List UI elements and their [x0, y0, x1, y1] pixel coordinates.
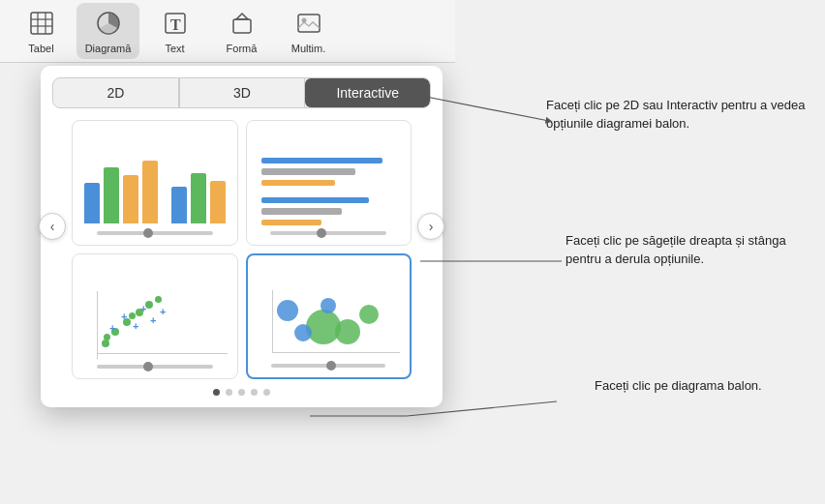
hbar-chart-visual	[257, 131, 402, 225]
bubble-y-axis	[272, 290, 273, 353]
callout-2-text: Faceți clic pe săgețile dreapta și stâng…	[565, 232, 808, 269]
scatter-chart-slider-knob	[143, 362, 153, 371]
scatter-plus-3: +	[140, 303, 146, 314]
toolbar-text-button[interactable]: T Text	[143, 3, 206, 59]
dot-3[interactable]	[238, 389, 245, 396]
hbar-2	[261, 168, 356, 174]
bubble-2	[335, 319, 360, 344]
table-icon	[26, 8, 57, 39]
svg-rect-9	[298, 15, 320, 32]
scatter-dot-1	[102, 340, 109, 347]
bubble-4	[294, 324, 312, 341]
hbar-chart-slider[interactable]	[270, 231, 386, 235]
dot-5[interactable]	[263, 389, 270, 396]
bar-1	[84, 183, 100, 223]
hbar-4	[261, 197, 370, 203]
right-arrow-icon: ›	[429, 219, 434, 234]
callout-1-text: Faceți clic pe 2D sau Interactiv pentru …	[546, 97, 808, 133]
scatter-plus-2: +	[121, 311, 127, 322]
scatter-dot-7	[104, 334, 110, 341]
svg-rect-0	[31, 13, 52, 34]
scatter-plus-5: +	[133, 320, 138, 332]
chart-grid: + + + + + +	[72, 120, 412, 379]
forma-label: Formă	[227, 43, 258, 54]
hbar-1	[261, 158, 383, 163]
toolbar-forma-button[interactable]: Formă	[210, 3, 273, 59]
bar-chart-mini	[84, 158, 226, 225]
hbar-spacer	[261, 191, 397, 193]
dot-2[interactable]	[226, 389, 232, 396]
scatter-chart-visual: + + + + + +	[82, 264, 228, 359]
nav-right-button[interactable]: ›	[417, 213, 444, 240]
pagination-dots	[52, 389, 431, 396]
callout-3-text: Faceți clic pe diagrama balon.	[595, 377, 808, 396]
toolbar: Tabel Diagramă T Text Formă	[0, 0, 455, 63]
chart-type-tab-bar: 2D 3D Interactive	[52, 77, 431, 108]
hbar-chart-slider-knob	[317, 228, 326, 238]
scatter-y-axis	[97, 291, 98, 359]
text-label: Text	[165, 43, 184, 54]
dot-1[interactable]	[213, 389, 220, 396]
toolbar-tabel-button[interactable]: Tabel	[10, 3, 73, 59]
bar-chart-slider-knob	[143, 228, 153, 238]
tab-interactive[interactable]: Interactive	[305, 78, 430, 107]
bubble-x-axis	[272, 352, 401, 353]
tab-3d[interactable]: 3D	[179, 78, 306, 107]
bubble-chart-slider-knob	[326, 361, 336, 371]
scatter-mini: + + + + + +	[82, 291, 228, 359]
bar-6	[191, 173, 206, 223]
dot-4[interactable]	[251, 389, 258, 396]
media-icon	[293, 8, 324, 39]
hbar-5	[261, 208, 343, 214]
chart-icon	[93, 8, 124, 39]
chart-picker-popup: 2D 3D Interactive ‹	[41, 66, 443, 407]
hbar-chart-card[interactable]	[246, 120, 412, 246]
hbar-chart-mini	[257, 158, 402, 225]
bar-5	[171, 187, 187, 223]
svg-rect-8	[233, 19, 251, 33]
bubble-6	[359, 305, 379, 324]
scatter-dot-8	[129, 312, 136, 319]
bubble-chart-slider[interactable]	[271, 364, 385, 368]
left-arrow-icon: ‹	[50, 219, 55, 234]
toolbar-multim-button[interactable]: Multim.	[277, 3, 340, 59]
scatter-plus-6: +	[160, 306, 166, 317]
bar-2	[104, 167, 119, 223]
hbar-6	[261, 220, 322, 225]
tabel-label: Tabel	[28, 43, 53, 54]
bubble-mini	[258, 290, 401, 358]
bubble-5	[321, 298, 336, 313]
hbar-3	[261, 180, 336, 186]
bubble-chart-visual	[258, 265, 401, 358]
scatter-dot-6	[155, 296, 162, 303]
multim-label: Multim.	[291, 43, 325, 54]
scatter-x-axis	[97, 353, 228, 354]
toolbar-diagrama-button[interactable]: Diagramă	[76, 3, 139, 59]
bar-chart-card[interactable]	[72, 120, 238, 246]
svg-text:T: T	[170, 16, 181, 33]
shape-icon	[227, 8, 258, 39]
bar-4	[142, 161, 158, 223]
text-icon: T	[160, 8, 191, 39]
bubble-3	[277, 300, 298, 321]
scatter-chart-slider[interactable]	[97, 365, 213, 369]
nav-left-button[interactable]: ‹	[39, 213, 66, 240]
scatter-plus-4: +	[150, 314, 156, 326]
diagrama-label: Diagramă	[85, 43, 132, 54]
bubble-chart-card[interactable]	[246, 253, 412, 379]
bar-7	[210, 181, 226, 223]
bar-3	[123, 175, 138, 223]
tab-2d[interactable]: 2D	[53, 78, 179, 107]
scatter-plus-1: +	[109, 322, 115, 334]
bar-chart-visual	[82, 131, 228, 225]
scatter-chart-card[interactable]: + + + + + +	[72, 253, 238, 379]
bar-chart-slider[interactable]	[97, 231, 213, 235]
